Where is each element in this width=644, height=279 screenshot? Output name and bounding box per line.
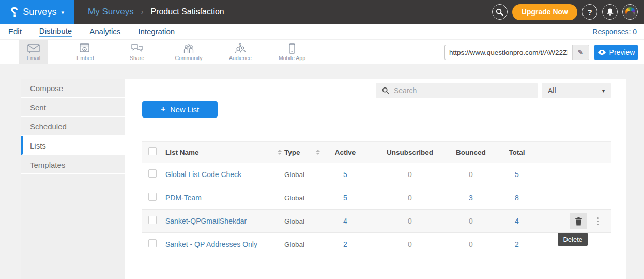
lists-table: List Name Type Active Unsubscribed Bounc… (142, 141, 611, 256)
product-name: Surveys (23, 7, 56, 18)
channel-audience[interactable]: $ Audience (214, 40, 266, 64)
channel-email[interactable]: Email (8, 40, 59, 64)
sidebar-item-sent[interactable]: Sent (21, 98, 125, 117)
list-search (376, 83, 538, 98)
lists-panel: Compose Sent Scheduled Lists Templates A… (21, 79, 626, 279)
svg-text:$: $ (239, 43, 241, 48)
table-row: PDM-Team Global 5 0 3 8 (142, 186, 611, 210)
avatar-rainbow-icon (625, 7, 635, 17)
trash-icon (575, 217, 582, 226)
search-input[interactable] (394, 86, 538, 95)
edit-url-pencil-icon[interactable]: ✎ (572, 45, 589, 60)
list-name-link[interactable]: Global List Code Check (165, 170, 278, 179)
row-actions (544, 213, 611, 229)
search-icon[interactable] (492, 4, 508, 20)
row-checkbox[interactable] (148, 239, 157, 247)
channel-community[interactable]: Community (163, 40, 214, 64)
table-row: Global List Code Check Global 5 0 0 5 (142, 163, 611, 186)
row-checkbox[interactable] (148, 193, 157, 201)
lists-content: All ▾ + New List List Name Type Active U… (125, 79, 626, 279)
col-total: Total (490, 149, 544, 156)
survey-url-input[interactable] (445, 45, 572, 60)
avatar[interactable] (622, 4, 638, 20)
delete-tooltip: Delete (558, 233, 588, 246)
table-row-hovered: Sanket-QPGmailShekdar Global 4 0 0 4 Del… (142, 210, 611, 233)
tab-distribute[interactable]: Distribute (39, 26, 72, 37)
responses-count[interactable]: Responses: 0 (592, 27, 637, 36)
list-name-link[interactable]: PDM-Team (165, 194, 278, 202)
sidebar-item-compose[interactable]: Compose (21, 79, 125, 98)
app: ? Surveys ▾ My Surveys › Product Satisfa… (0, 0, 644, 279)
sort-list-name-icon[interactable] (278, 150, 284, 155)
sidebar-item-lists[interactable]: Lists (21, 136, 125, 155)
list-name-link[interactable]: Sanket - QP Addresses Only (165, 240, 278, 248)
chevron-down-icon: ▾ (61, 9, 64, 16)
tab-edit[interactable]: Edit (8, 27, 22, 37)
survey-nav: Edit Distribute Analytics Integration Re… (0, 24, 644, 39)
product-switcher[interactable]: ? Surveys ▾ (0, 0, 74, 24)
tab-integration[interactable]: Integration (138, 27, 175, 37)
channel-embed[interactable]: Embed (59, 40, 111, 64)
embed-browser-icon (80, 42, 91, 54)
col-list-name: List Name (165, 149, 278, 156)
preview-button[interactable]: Preview (594, 45, 638, 60)
questionpro-logo-icon: ? (10, 6, 18, 19)
sort-type-icon[interactable] (316, 150, 323, 155)
breadcrumb-my-surveys[interactable]: My Surveys (88, 7, 134, 17)
chevron-down-icon: ▾ (602, 88, 605, 94)
row-checkbox[interactable] (148, 169, 157, 178)
new-list-button[interactable]: + New List (142, 101, 218, 118)
channel-share[interactable]: Share (111, 40, 163, 64)
top-header-bar: ? Surveys ▾ My Surveys › Product Satisfa… (0, 0, 644, 24)
delete-list-button[interactable] (570, 213, 587, 229)
email-sidebar: Compose Sent Scheduled Lists Templates (21, 79, 125, 279)
community-people-icon (182, 42, 195, 54)
table-header-row: List Name Type Active Unsubscribed Bounc… (142, 141, 611, 163)
upgrade-now-button[interactable]: Upgrade Now (512, 4, 577, 20)
col-active: Active (323, 149, 368, 156)
sidebar-item-scheduled[interactable]: Scheduled (21, 117, 125, 136)
col-type: Type (284, 149, 316, 156)
envelope-icon (27, 42, 40, 54)
list-name-link[interactable]: Sanket-QPGmailShekdar (165, 217, 278, 225)
row-checkbox[interactable] (148, 216, 157, 224)
mobile-phone-icon (289, 42, 295, 54)
col-bounced: Bounced (452, 149, 490, 156)
plus-icon: + (161, 105, 165, 114)
help-icon[interactable]: ? (582, 4, 597, 20)
row-menu-kebab-icon[interactable] (595, 215, 601, 227)
sidebar-item-templates[interactable]: Templates (21, 155, 125, 174)
list-filter-dropdown[interactable]: All ▾ (542, 83, 611, 98)
search-icon (382, 87, 389, 94)
breadcrumb: My Surveys › Product Satisfaction (88, 7, 224, 17)
col-unsubscribed: Unsubscribed (368, 149, 452, 156)
eye-icon (597, 49, 606, 55)
select-all-checkbox[interactable] (148, 147, 157, 155)
survey-url-field: ✎ (444, 45, 589, 60)
breadcrumb-separator-icon: › (141, 8, 144, 16)
share-bubbles-icon (131, 42, 143, 54)
tab-analytics[interactable]: Analytics (89, 27, 120, 37)
channel-mobile-app[interactable]: Mobile App (266, 40, 318, 64)
audience-dollar-icon: $ (234, 42, 247, 54)
distribute-toolbar: Email Embed Share (0, 39, 644, 64)
header-actions: Upgrade Now ? (492, 0, 638, 24)
table-row: Sanket - QP Addresses Only Global 2 0 0 … (142, 233, 611, 256)
breadcrumb-current-survey: Product Satisfaction (150, 7, 224, 17)
bell-icon[interactable] (602, 4, 618, 20)
